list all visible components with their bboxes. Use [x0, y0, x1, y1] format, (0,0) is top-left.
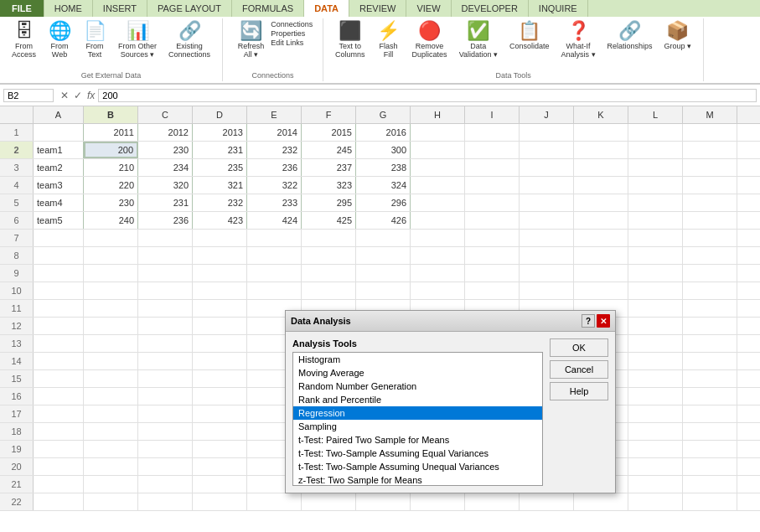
cancel-formula-icon[interactable]: ✕	[60, 90, 69, 101]
cell[interactable]	[574, 247, 628, 264]
cell[interactable]	[683, 265, 737, 281]
ok-button[interactable]: OK	[550, 338, 608, 357]
cell[interactable]	[683, 247, 737, 264]
cell[interactable]	[84, 265, 138, 281]
cell[interactable]	[138, 230, 193, 246]
cell[interactable]	[465, 177, 520, 194]
cell[interactable]	[520, 194, 574, 211]
from-web-button[interactable]: 🌐 FromWeb	[43, 20, 76, 60]
cell[interactable]: 323	[302, 177, 356, 194]
remove-duplicates-button[interactable]: 🔴 RemoveDuplicates	[407, 20, 452, 60]
cell[interactable]	[628, 300, 683, 317]
cell[interactable]	[193, 423, 247, 440]
cell[interactable]	[138, 247, 193, 264]
cell[interactable]	[465, 159, 520, 176]
cell[interactable]: 238	[356, 159, 411, 176]
cell[interactable]	[628, 335, 683, 352]
tab-home[interactable]: HOME	[44, 0, 93, 17]
cell[interactable]	[411, 142, 465, 158]
cell[interactable]	[193, 230, 247, 246]
cell[interactable]	[465, 493, 520, 510]
cell[interactable]: 2012	[138, 124, 193, 141]
cell[interactable]	[84, 370, 138, 387]
cell[interactable]	[138, 476, 193, 493]
cell[interactable]	[574, 124, 628, 141]
cell[interactable]	[683, 370, 737, 387]
cell[interactable]: 423	[193, 212, 247, 229]
cell[interactable]	[138, 441, 193, 457]
cell[interactable]	[574, 142, 628, 158]
tab-formulas[interactable]: FORMULAS	[232, 0, 304, 17]
cell[interactable]	[411, 194, 465, 211]
cell[interactable]	[84, 335, 138, 352]
cell[interactable]	[138, 370, 193, 387]
insert-function-icon[interactable]: fx	[87, 90, 95, 101]
col-header-g[interactable]: G	[356, 106, 411, 123]
cell[interactable]	[628, 142, 683, 158]
cell[interactable]	[628, 177, 683, 194]
cell[interactable]	[411, 282, 465, 299]
cell[interactable]	[737, 247, 760, 264]
cell[interactable]: 233	[247, 194, 302, 211]
cell[interactable]	[84, 476, 138, 493]
tab-file[interactable]: FILE	[0, 0, 44, 17]
properties-link[interactable]: Properties	[271, 29, 305, 38]
cell[interactable]	[84, 282, 138, 299]
cell[interactable]	[683, 318, 737, 334]
flash-fill-button[interactable]: ⚡ FlashFill	[372, 20, 406, 60]
edit-links-link[interactable]: Edit Links	[271, 39, 303, 47]
cell[interactable]	[193, 476, 247, 493]
analysis-tool-item[interactable]: Random Number Generation	[293, 380, 542, 393]
cell[interactable]	[520, 159, 574, 176]
cell[interactable]: team5	[34, 212, 84, 229]
cell[interactable]	[628, 247, 683, 264]
cell[interactable]	[628, 194, 683, 211]
cell[interactable]	[737, 124, 760, 141]
cell[interactable]	[737, 142, 760, 158]
existing-connections-button[interactable]: 🔗 ExistingConnections	[163, 20, 215, 60]
cell[interactable]	[356, 230, 411, 246]
cell[interactable]	[737, 159, 760, 176]
cell[interactable]	[628, 353, 683, 369]
cell[interactable]	[138, 388, 193, 405]
formula-input[interactable]	[98, 89, 757, 102]
cell[interactable]	[683, 423, 737, 440]
cell[interactable]	[84, 353, 138, 369]
cell[interactable]	[574, 282, 628, 299]
cell[interactable]	[138, 493, 193, 510]
cell[interactable]	[683, 194, 737, 211]
cell[interactable]	[737, 282, 760, 299]
cell[interactable]: team1	[34, 142, 84, 158]
cell[interactable]: 232	[193, 194, 247, 211]
cell[interactable]: 2015	[302, 124, 356, 141]
cell[interactable]	[302, 493, 356, 510]
cell[interactable]	[683, 230, 737, 246]
cell[interactable]: 424	[247, 212, 302, 229]
cell[interactable]	[737, 335, 760, 352]
cell[interactable]	[138, 335, 193, 352]
cell[interactable]	[302, 265, 356, 281]
cell[interactable]	[247, 265, 302, 281]
cell[interactable]	[520, 282, 574, 299]
cell[interactable]: 240	[84, 212, 138, 229]
tab-insert[interactable]: INSERT	[93, 0, 147, 17]
cell[interactable]	[628, 441, 683, 457]
tab-review[interactable]: REVIEW	[349, 0, 406, 17]
cell[interactable]	[356, 247, 411, 264]
from-other-sources-button[interactable]: 📊 From OtherSources ▾	[113, 20, 162, 60]
cell[interactable]	[465, 247, 520, 264]
cell[interactable]	[138, 423, 193, 440]
cell[interactable]	[737, 300, 760, 317]
cancel-button[interactable]: Cancel	[550, 360, 608, 379]
cell[interactable]: 220	[84, 177, 138, 194]
cell[interactable]	[84, 441, 138, 457]
cell[interactable]: 235	[193, 159, 247, 176]
cell[interactable]	[34, 476, 84, 493]
cell[interactable]	[628, 405, 683, 422]
cell[interactable]	[302, 282, 356, 299]
cell[interactable]	[84, 458, 138, 475]
cell[interactable]: 320	[138, 177, 193, 194]
cell[interactable]	[356, 282, 411, 299]
dialog-close-button[interactable]: ✕	[597, 314, 610, 328]
analysis-tool-item[interactable]: Sampling	[293, 420, 542, 433]
